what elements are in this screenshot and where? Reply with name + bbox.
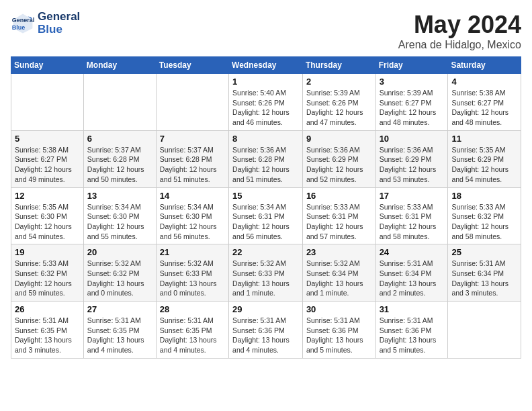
- calendar-cell: 31Sunrise: 5:31 AM Sunset: 6:36 PM Dayli…: [375, 302, 448, 359]
- day-info: Sunrise: 5:34 AM Sunset: 6:30 PM Dayligh…: [160, 202, 225, 242]
- calendar-cell: 20Sunrise: 5:32 AM Sunset: 6:32 PM Dayli…: [83, 244, 156, 302]
- day-number: 18: [451, 191, 517, 201]
- weekday-header: Friday: [375, 57, 448, 74]
- day-number: 5: [15, 134, 80, 144]
- calendar-cell: 26Sunrise: 5:31 AM Sunset: 6:35 PM Dayli…: [11, 302, 84, 359]
- calendar-cell: 28Sunrise: 5:31 AM Sunset: 6:35 PM Dayli…: [156, 302, 228, 359]
- day-info: Sunrise: 5:32 AM Sunset: 6:34 PM Dayligh…: [306, 259, 372, 298]
- logo: General Blue General Blue: [11, 11, 80, 36]
- day-info: Sunrise: 5:33 AM Sunset: 6:32 PM Dayligh…: [451, 202, 517, 242]
- day-number: 20: [87, 247, 152, 257]
- weekday-header: Thursday: [302, 57, 375, 74]
- day-number: 25: [451, 247, 517, 257]
- day-info: Sunrise: 5:31 AM Sunset: 6:34 PM Dayligh…: [451, 259, 517, 298]
- day-number: 31: [380, 304, 445, 314]
- day-number: 21: [160, 247, 225, 257]
- day-number: 4: [451, 77, 517, 87]
- day-number: 8: [232, 134, 299, 144]
- calendar-cell: 10Sunrise: 5:36 AM Sunset: 6:29 PM Dayli…: [375, 130, 448, 187]
- calendar-cell: 29Sunrise: 5:31 AM Sunset: 6:36 PM Dayli…: [229, 302, 303, 359]
- calendar-cell: 6Sunrise: 5:37 AM Sunset: 6:28 PM Daylig…: [83, 130, 156, 187]
- calendar-cell: 24Sunrise: 5:31 AM Sunset: 6:34 PM Dayli…: [375, 244, 448, 302]
- day-number: 17: [380, 191, 445, 201]
- day-info: Sunrise: 5:33 AM Sunset: 6:32 PM Dayligh…: [15, 259, 80, 298]
- calendar-cell: 1Sunrise: 5:40 AM Sunset: 6:26 PM Daylig…: [229, 74, 303, 131]
- day-number: 7: [160, 134, 225, 144]
- logo-line2: Blue: [38, 24, 80, 36]
- day-info: Sunrise: 5:31 AM Sunset: 6:36 PM Dayligh…: [380, 316, 445, 355]
- calendar-week-row: 19Sunrise: 5:33 AM Sunset: 6:32 PM Dayli…: [11, 244, 521, 302]
- day-info: Sunrise: 5:33 AM Sunset: 6:31 PM Dayligh…: [306, 202, 372, 242]
- calendar-cell: 13Sunrise: 5:34 AM Sunset: 6:30 PM Dayli…: [83, 187, 156, 244]
- day-number: 9: [306, 134, 372, 144]
- day-number: 19: [15, 247, 80, 257]
- calendar-cell: 16Sunrise: 5:33 AM Sunset: 6:31 PM Dayli…: [302, 187, 375, 244]
- day-number: 11: [451, 134, 517, 144]
- weekday-header: Sunday: [11, 57, 84, 74]
- subtitle: Arena de Hidalgo, Mexico: [398, 39, 521, 51]
- day-info: Sunrise: 5:31 AM Sunset: 6:36 PM Dayligh…: [232, 316, 299, 355]
- day-info: Sunrise: 5:32 AM Sunset: 6:32 PM Dayligh…: [87, 259, 152, 298]
- calendar-cell: 19Sunrise: 5:33 AM Sunset: 6:32 PM Dayli…: [11, 244, 84, 302]
- weekday-header: Wednesday: [229, 57, 303, 74]
- calendar-cell: 3Sunrise: 5:39 AM Sunset: 6:27 PM Daylig…: [375, 74, 448, 131]
- day-info: Sunrise: 5:39 AM Sunset: 6:27 PM Dayligh…: [380, 88, 445, 128]
- calendar-cell: 5Sunrise: 5:38 AM Sunset: 6:27 PM Daylig…: [11, 130, 84, 187]
- calendar-cell: 4Sunrise: 5:38 AM Sunset: 6:27 PM Daylig…: [448, 74, 521, 131]
- calendar-week-row: 1Sunrise: 5:40 AM Sunset: 6:26 PM Daylig…: [11, 74, 521, 131]
- calendar-week-row: 12Sunrise: 5:35 AM Sunset: 6:30 PM Dayli…: [11, 187, 521, 244]
- day-number: 12: [15, 191, 80, 201]
- calendar-cell: 7Sunrise: 5:37 AM Sunset: 6:28 PM Daylig…: [156, 130, 228, 187]
- calendar-cell: 8Sunrise: 5:36 AM Sunset: 6:28 PM Daylig…: [229, 130, 303, 187]
- calendar-cell: 18Sunrise: 5:33 AM Sunset: 6:32 PM Dayli…: [448, 187, 521, 244]
- day-number: 10: [380, 134, 445, 144]
- day-number: 1: [232, 77, 299, 87]
- day-info: Sunrise: 5:37 AM Sunset: 6:28 PM Dayligh…: [87, 145, 152, 185]
- day-info: Sunrise: 5:40 AM Sunset: 6:26 PM Dayligh…: [232, 88, 299, 128]
- day-info: Sunrise: 5:31 AM Sunset: 6:35 PM Dayligh…: [87, 316, 152, 355]
- day-number: 16: [306, 191, 372, 201]
- calendar-cell: [448, 302, 521, 359]
- calendar-cell: 12Sunrise: 5:35 AM Sunset: 6:30 PM Dayli…: [11, 187, 84, 244]
- title-block: May 2024 Arena de Hidalgo, Mexico: [398, 11, 521, 51]
- day-number: 30: [306, 304, 372, 314]
- calendar-cell: 27Sunrise: 5:31 AM Sunset: 6:35 PM Dayli…: [83, 302, 156, 359]
- calendar-cell: 14Sunrise: 5:34 AM Sunset: 6:30 PM Dayli…: [156, 187, 228, 244]
- day-info: Sunrise: 5:35 AM Sunset: 6:30 PM Dayligh…: [15, 202, 80, 242]
- day-number: 2: [306, 77, 372, 87]
- day-number: 22: [232, 247, 299, 257]
- calendar-header-row: SundayMondayTuesdayWednesdayThursdayFrid…: [11, 57, 521, 74]
- day-info: Sunrise: 5:36 AM Sunset: 6:29 PM Dayligh…: [306, 145, 372, 185]
- day-number: 29: [232, 304, 299, 314]
- calendar-cell: 9Sunrise: 5:36 AM Sunset: 6:29 PM Daylig…: [302, 130, 375, 187]
- day-info: Sunrise: 5:38 AM Sunset: 6:27 PM Dayligh…: [15, 145, 80, 185]
- day-info: Sunrise: 5:36 AM Sunset: 6:28 PM Dayligh…: [232, 145, 299, 185]
- logo-icon: General Blue: [11, 11, 35, 36]
- day-number: 3: [380, 77, 445, 87]
- day-info: Sunrise: 5:32 AM Sunset: 6:33 PM Dayligh…: [160, 259, 225, 298]
- day-info: Sunrise: 5:31 AM Sunset: 6:34 PM Dayligh…: [380, 259, 445, 298]
- day-number: 23: [306, 247, 372, 257]
- calendar-cell: 22Sunrise: 5:32 AM Sunset: 6:33 PM Dayli…: [229, 244, 303, 302]
- day-number: 14: [160, 191, 225, 201]
- calendar-table: SundayMondayTuesdayWednesdayThursdayFrid…: [11, 56, 521, 359]
- weekday-header: Saturday: [448, 57, 521, 74]
- day-info: Sunrise: 5:35 AM Sunset: 6:29 PM Dayligh…: [451, 145, 517, 185]
- day-number: 26: [15, 304, 80, 314]
- day-info: Sunrise: 5:32 AM Sunset: 6:33 PM Dayligh…: [232, 259, 299, 298]
- day-info: Sunrise: 5:31 AM Sunset: 6:35 PM Dayligh…: [160, 316, 225, 355]
- day-number: 15: [232, 191, 299, 201]
- calendar-cell: 2Sunrise: 5:39 AM Sunset: 6:26 PM Daylig…: [302, 74, 375, 131]
- weekday-header: Monday: [83, 57, 156, 74]
- calendar-cell: 15Sunrise: 5:34 AM Sunset: 6:31 PM Dayli…: [229, 187, 303, 244]
- calendar-week-row: 26Sunrise: 5:31 AM Sunset: 6:35 PM Dayli…: [11, 302, 521, 359]
- page-header: General Blue General Blue May 2024 Arena…: [11, 11, 521, 51]
- day-info: Sunrise: 5:31 AM Sunset: 6:35 PM Dayligh…: [15, 316, 80, 355]
- day-info: Sunrise: 5:39 AM Sunset: 6:26 PM Dayligh…: [306, 88, 372, 128]
- day-info: Sunrise: 5:34 AM Sunset: 6:30 PM Dayligh…: [87, 202, 152, 242]
- logo-line1: General: [38, 11, 80, 24]
- day-info: Sunrise: 5:36 AM Sunset: 6:29 PM Dayligh…: [380, 145, 445, 185]
- calendar-cell: 25Sunrise: 5:31 AM Sunset: 6:34 PM Dayli…: [448, 244, 521, 302]
- day-number: 28: [160, 304, 225, 314]
- day-number: 13: [87, 191, 152, 201]
